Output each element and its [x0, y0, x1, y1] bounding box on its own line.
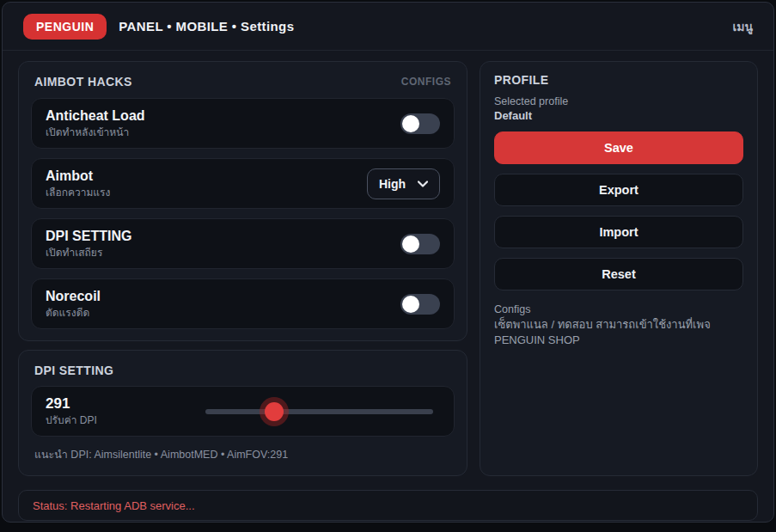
main-content: AIMBOT HACKS CONFIGS Anticheat Load เปิด…: [3, 51, 773, 476]
dpi-value-block: 291 ปรับค่า DPI: [46, 394, 174, 428]
dpi-value-label: ปรับค่า DPI: [46, 413, 174, 428]
left-column: AIMBOT HACKS CONFIGS Anticheat Load เปิด…: [18, 61, 467, 476]
dpi-panel-header: DPI SETTING: [31, 362, 455, 377]
save-button[interactable]: Save: [494, 131, 743, 164]
selected-profile-value: Default: [494, 109, 743, 122]
toggle-knob: [402, 235, 419, 253]
configs-label: Configs: [494, 303, 743, 315]
selected-profile-label: Selected profile: [494, 95, 743, 107]
card-subtitle: เปิดทำเสถียร: [46, 246, 131, 260]
penguin-brand-badge[interactable]: PENGUIN: [23, 14, 107, 40]
dpi-panel-title: DPI SETTING: [34, 364, 113, 377]
card-norecoil-text: Norecoil ตัดแรงดีด: [46, 287, 101, 321]
card-title: DPI SETTING: [46, 227, 131, 245]
toggle-knob: [402, 115, 419, 132]
card-anticheat-load: Anticheat Load เปิดทำหลังเข้าหน้า: [31, 98, 455, 149]
header: PENGUIN PANEL • MOBILE • Settings เมนู: [3, 3, 773, 51]
menu-button[interactable]: เมนู: [732, 17, 753, 36]
card-subtitle: ตัดแรงดีด: [46, 306, 101, 321]
anticheat-load-toggle[interactable]: [400, 113, 440, 134]
aimbot-strength-select[interactable]: High: [367, 168, 440, 199]
status-text: Status: Restarting ADB service...: [33, 499, 195, 512]
card-subtitle: เปิดทำหลังเข้าหน้า: [46, 125, 145, 140]
dpi-setting-toggle[interactable]: [400, 234, 440, 254]
app-window: PENGUIN PANEL • MOBILE • Settings เมนู A…: [2, 2, 774, 523]
card-dpi-setting-text: DPI SETTING เปิดทำเสถียร: [46, 227, 131, 260]
dpi-slider-card: 291 ปรับค่า DPI: [31, 386, 455, 437]
norecoil-toggle[interactable]: [400, 294, 440, 315]
dpi-recommendation-note: แนะนำ DPI: Aimsilentlite • AimbotMED • A…: [34, 446, 451, 463]
configs-link[interactable]: CONFIGS: [401, 76, 451, 88]
card-dpi-setting: DPI SETTING เปิดทำเสถียร: [31, 218, 455, 269]
import-button[interactable]: Import: [494, 216, 743, 248]
dpi-value: 291: [46, 394, 174, 413]
reset-button[interactable]: Reset: [494, 258, 743, 290]
aimbot-hacks-title: AIMBOT HACKS: [34, 75, 132, 89]
dpi-slider[interactable]: [205, 401, 433, 422]
configs-note: เซ็ตพาแนล / ทดสอบ สามารถเข้าใช้งานที่เพจ…: [494, 317, 743, 348]
chevron-down-icon: [418, 180, 428, 187]
profile-title: PROFILE: [494, 73, 743, 87]
status-bar: Status: Restarting ADB service...: [18, 490, 758, 521]
card-anticheat-load-text: Anticheat Load เปิดทำหลังเข้าหน้า: [46, 107, 145, 140]
card-norecoil: Norecoil ตัดแรงดีด: [31, 278, 455, 329]
aimbot-hacks-panel-header: AIMBOT HACKS CONFIGS: [31, 73, 455, 89]
card-aimbot: Aimbot เลือกความแรง High: [31, 158, 455, 209]
card-subtitle: เลือกความแรง: [46, 186, 110, 200]
dpi-slider-track: [205, 409, 433, 414]
page-title: PANEL • MOBILE • Settings: [119, 19, 294, 34]
card-aimbot-text: Aimbot เลือกความแรง: [46, 167, 110, 200]
select-value: High: [379, 177, 406, 191]
card-title: Aimbot: [46, 167, 110, 185]
toggle-knob: [402, 296, 419, 313]
profile-panel: PROFILE Selected profile Default Save Ex…: [480, 61, 758, 476]
export-button[interactable]: Export: [494, 174, 743, 206]
right-column: PROFILE Selected profile Default Save Ex…: [480, 61, 758, 476]
dpi-panel: DPI SETTING 291 ปรับค่า DPI แนะนำ DPI: A…: [18, 350, 467, 476]
dpi-slider-thumb[interactable]: [265, 402, 284, 421]
aimbot-hacks-panel: AIMBOT HACKS CONFIGS Anticheat Load เปิด…: [18, 61, 467, 341]
card-title: Anticheat Load: [46, 107, 145, 125]
card-title: Norecoil: [46, 287, 101, 305]
